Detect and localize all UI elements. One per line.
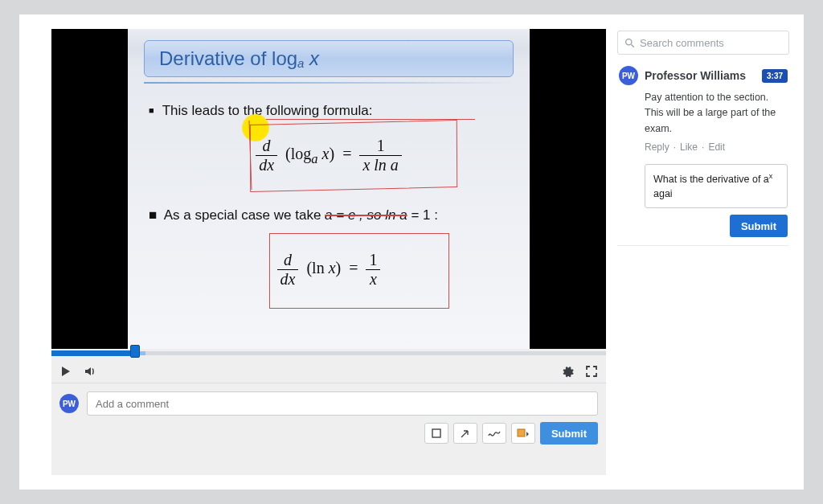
comment-item: PW Professor Williams 3:37 Pay attention…	[617, 63, 789, 246]
avatar: PW	[59, 394, 79, 413]
slide-title-box: Derivative of loga x	[144, 40, 514, 77]
slide-title: Derivative of loga x	[159, 47, 498, 70]
reply-text-pre: What is the derivative of a	[653, 174, 769, 185]
edit-link[interactable]: Edit	[708, 141, 725, 153]
video-player[interactable]: Derivative of loga x This leads to the f…	[51, 29, 606, 349]
reply-submit-button[interactable]: Submit	[730, 215, 788, 237]
annotation-box-1	[250, 120, 457, 192]
video-panel: Derivative of loga x This leads to the f…	[51, 29, 606, 475]
title-prefix: Derivative of log	[159, 47, 297, 69]
timestamp-badge[interactable]: 3:37	[762, 69, 788, 83]
color-tool[interactable]	[511, 423, 535, 444]
comment-actions: Reply·Like·Edit	[619, 141, 788, 153]
progress-handle[interactable]	[130, 345, 140, 358]
comment-avatar: PW	[619, 66, 638, 85]
svg-rect-0	[432, 429, 440, 437]
comments-panel: Search comments PW Professor Williams 3:…	[617, 29, 789, 475]
svg-point-2	[626, 39, 632, 44]
progress-bar[interactable]	[51, 349, 606, 359]
reply-sup: x	[769, 172, 773, 180]
player-controls	[51, 359, 606, 383]
composer-submit-button[interactable]: Submit	[540, 422, 598, 445]
reply-input[interactable]: What is the derivative of ax agai	[645, 164, 788, 208]
title-var: x	[309, 47, 319, 69]
annotation-tools: Submit	[51, 422, 606, 449]
bullet-1: This leads to the following formula:	[149, 103, 514, 119]
play-icon[interactable]	[59, 365, 72, 378]
comment-text: Pay attention to the section. This will …	[619, 85, 788, 141]
annotation-stroke	[266, 119, 475, 120]
title-sub: a	[297, 56, 304, 70]
bullet2-pre: As a special case we take	[164, 207, 325, 223]
formula-1-zone: ddx (loga x) = 1x ln a	[144, 122, 514, 199]
search-placeholder: Search comments	[640, 37, 724, 49]
bullet2-post: = 1 :	[407, 207, 438, 223]
search-icon	[624, 38, 635, 48]
svg-rect-1	[518, 429, 525, 436]
arrow-tool[interactable]	[453, 423, 477, 444]
volume-icon[interactable]	[84, 365, 96, 378]
comment-input[interactable]	[87, 391, 598, 416]
like-link[interactable]: Like	[680, 141, 698, 153]
fullscreen-icon[interactable]	[585, 365, 598, 378]
slide-divider	[144, 82, 514, 84]
bullet2-strike: a = e , so ln a	[325, 207, 407, 223]
annotation-box-2	[269, 233, 449, 309]
comment-author: Professor Williams	[645, 69, 755, 82]
formula-2-zone: ddx (ln x) = 1x	[144, 233, 514, 307]
freehand-tool[interactable]	[482, 423, 506, 444]
reply-text-post: agai	[653, 188, 673, 199]
reply-link[interactable]: Reply	[645, 141, 669, 153]
slide: Derivative of loga x This leads to the f…	[128, 29, 530, 349]
search-comments-input[interactable]: Search comments	[617, 31, 789, 55]
rectangle-tool[interactable]	[424, 423, 448, 444]
bullet-2: ■ As a special case we take a = e , so l…	[149, 207, 514, 223]
app-stage: Derivative of loga x This leads to the f…	[19, 14, 804, 490]
gear-icon[interactable]	[561, 365, 574, 378]
progress-played	[51, 350, 135, 356]
comment-composer: PW	[51, 383, 606, 422]
